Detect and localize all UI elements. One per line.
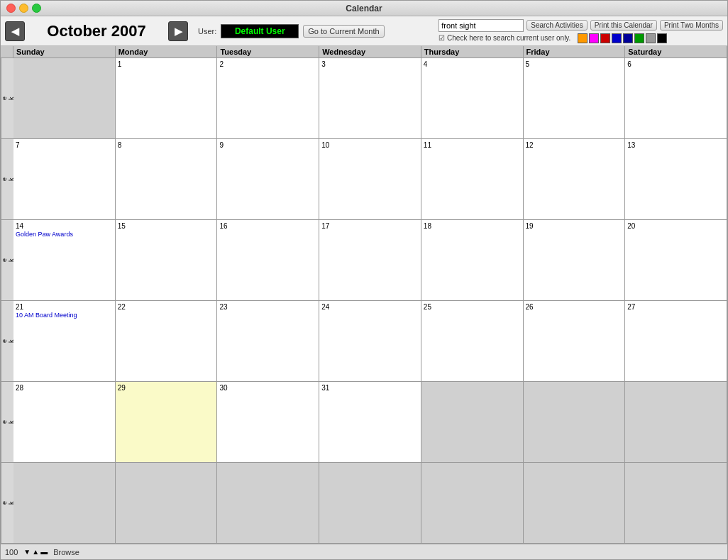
day-cell-w6-tue[interactable] — [217, 463, 319, 543]
header-sunday: Sunday — [13, 46, 116, 57]
day-cell-oct-3[interactable]: 3 — [319, 58, 421, 138]
day-cell-oct-15[interactable]: 15 — [116, 220, 218, 300]
week-label-6: Week6 — [1, 463, 13, 543]
header-thursday: Thursday — [421, 46, 524, 57]
swatch-orange[interactable] — [578, 33, 588, 43]
day-cell-oct-20[interactable]: 20 — [625, 220, 727, 300]
swatch-magenta[interactable] — [589, 33, 599, 43]
week-label-2: Week2 — [1, 139, 13, 219]
week-row-2: Week2 7 8 9 10 11 12 13 — [1, 139, 727, 220]
day-cell-oct-16[interactable]: 16 — [217, 220, 319, 300]
search-button[interactable]: Search Activities — [526, 20, 587, 31]
calendar-area: Sunday Monday Tuesday Wednesday Thursday… — [1, 46, 727, 544]
day-cell-oct-17[interactable]: 17 — [319, 220, 421, 300]
zoom-up-icon[interactable]: ▲ — [32, 548, 39, 556]
search-input[interactable] — [439, 19, 524, 32]
day-cell-w5-sat[interactable] — [625, 382, 727, 462]
window-controls — [6, 4, 41, 13]
search-row: Search Activities Print this Calendar Pr… — [439, 19, 723, 32]
swatch-blue[interactable] — [612, 33, 622, 43]
day-cell-oct-18[interactable]: 18 — [421, 220, 524, 300]
week-row-1: Week1 1 2 3 4 5 6 — [1, 58, 727, 139]
day-cell-oct-12[interactable]: 12 — [524, 139, 626, 219]
close-button[interactable] — [6, 4, 16, 13]
day-cell-oct-28[interactable]: 28 — [13, 382, 116, 462]
swatch-black[interactable] — [657, 33, 667, 43]
day-cell-w6-sat[interactable] — [625, 463, 727, 543]
day-cell-oct-31[interactable]: 31 — [319, 382, 421, 462]
day-cell-w6-mon[interactable] — [116, 463, 218, 543]
day-cell-oct-19[interactable]: 19 — [524, 220, 626, 300]
day-cell-w6-fri[interactable] — [524, 463, 626, 543]
color-swatches — [578, 33, 667, 43]
day-cell-oct-26[interactable]: 26 — [524, 301, 626, 381]
day-cell-oct-1[interactable]: 1 — [116, 58, 218, 138]
goto-current-month-button[interactable]: Go to Current Month — [303, 25, 384, 38]
swatch-gray[interactable] — [646, 33, 656, 43]
day-cell-oct-13[interactable]: 13 — [625, 139, 727, 219]
header-monday: Monday — [116, 46, 218, 57]
header-friday: Friday — [524, 46, 626, 57]
week-label-1: Week1 — [1, 58, 13, 138]
week-row-3: Week3 14 Golden Paw Awards 15 16 17 18 1… — [1, 220, 727, 301]
swatch-green[interactable] — [634, 33, 644, 43]
zoom-level: 100 — [5, 548, 18, 556]
zoom-icons: ▼ ▲ ▬ — [23, 548, 48, 556]
calendar-window: Calendar ◀ October 2007 ▶ User: Default … — [0, 0, 728, 560]
day-cell-oct-5[interactable]: 5 — [524, 58, 626, 138]
day-cell-oct-9[interactable]: 9 — [217, 139, 319, 219]
minimize-button[interactable] — [19, 4, 28, 13]
day-cell-oct-25[interactable]: 25 — [421, 301, 524, 381]
browse-button[interactable]: Browse — [53, 548, 79, 556]
view-toggle-icon[interactable]: ▬ — [40, 548, 48, 556]
month-title: October 2007 — [29, 22, 164, 40]
day-cell-oct-7[interactable]: 7 — [13, 139, 116, 219]
user-display: Default User — [221, 24, 299, 38]
maximize-button[interactable] — [32, 4, 41, 13]
day-cell-w6-wed[interactable] — [319, 463, 421, 543]
day-cell-oct-23[interactable]: 23 — [217, 301, 319, 381]
day-cell-oct-30[interactable]: 30 — [217, 382, 319, 462]
day-headers: Sunday Monday Tuesday Wednesday Thursday… — [1, 46, 727, 58]
header-tuesday: Tuesday — [217, 46, 319, 57]
day-cell-oct-24[interactable]: 24 — [319, 301, 421, 381]
day-cell-w1-sun[interactable] — [13, 58, 116, 138]
week-label-4: Week4 — [1, 301, 13, 381]
week-label-5: Week5 — [1, 382, 13, 462]
zoom-down-icon[interactable]: ▼ — [23, 548, 31, 556]
week-column-header — [1, 46, 13, 57]
swatch-dark-blue[interactable] — [623, 33, 633, 43]
header-wednesday: Wednesday — [319, 46, 421, 57]
day-cell-oct-29[interactable]: 29 — [116, 382, 218, 462]
week-row-4: Week4 21 10 AM Board Meeting 22 23 24 25… — [1, 301, 727, 382]
day-cell-w5-thu[interactable] — [421, 382, 524, 462]
day-cell-oct-8[interactable]: 8 — [116, 139, 218, 219]
day-cell-oct-14[interactable]: 14 Golden Paw Awards — [13, 220, 116, 300]
search-current-user-checkbox[interactable]: ☑ Check here to search current user only… — [439, 34, 570, 42]
next-month-button[interactable]: ▶ — [168, 21, 188, 41]
swatch-red[interactable] — [600, 33, 610, 43]
weeks-container: Week1 1 2 3 4 5 6 Week2 7 8 9 10 11 12 1… — [1, 58, 727, 544]
week-label-3: Week3 — [1, 220, 13, 300]
day-cell-oct-21[interactable]: 21 10 AM Board Meeting — [13, 301, 116, 381]
day-cell-oct-2[interactable]: 2 — [217, 58, 319, 138]
day-cell-oct-27[interactable]: 27 — [625, 301, 727, 381]
search-panel: Search Activities Print this Calendar Pr… — [439, 19, 723, 43]
day-cell-oct-11[interactable]: 11 — [421, 139, 524, 219]
day-cell-oct-10[interactable]: 10 — [319, 139, 421, 219]
print-calendar-button[interactable]: Print this Calendar — [590, 20, 657, 31]
event-golden-paw[interactable]: Golden Paw Awards — [16, 231, 113, 238]
day-cell-w5-fri[interactable] — [524, 382, 626, 462]
search-options-row: ☑ Check here to search current user only… — [439, 33, 723, 43]
prev-month-button[interactable]: ◀ — [5, 21, 25, 41]
print-two-months-button[interactable]: Print Two Months — [660, 20, 723, 31]
event-board-meeting[interactable]: 10 AM Board Meeting — [16, 312, 113, 319]
day-cell-oct-22[interactable]: 22 — [116, 301, 218, 381]
title-bar: Calendar — [1, 1, 727, 16]
day-cell-w6-sun[interactable] — [13, 463, 116, 543]
week-row-5: Week5 28 29 30 31 — [1, 382, 727, 463]
day-cell-oct-6[interactable]: 6 — [625, 58, 727, 138]
day-cell-oct-4[interactable]: 4 — [421, 58, 524, 138]
toolbar: ◀ October 2007 ▶ User: Default User Go t… — [1, 16, 727, 46]
day-cell-w6-thu[interactable] — [421, 463, 524, 543]
